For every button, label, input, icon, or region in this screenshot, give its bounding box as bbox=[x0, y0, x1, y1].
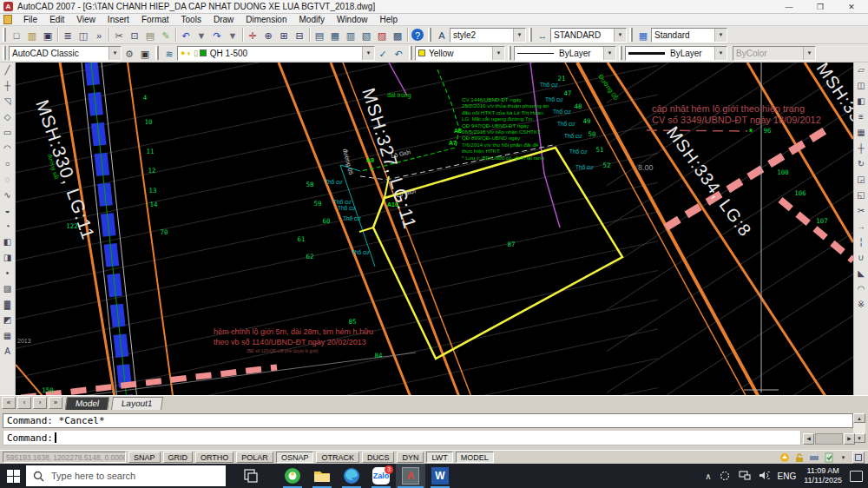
statbtn-model[interactable]: MODEL bbox=[456, 452, 494, 463]
plot-preview-icon[interactable]: ◫ bbox=[76, 28, 91, 43]
break-icon[interactable]: ¦ bbox=[855, 234, 868, 250]
arc-icon[interactable]: ◠ bbox=[1, 141, 14, 156]
zoom-window-icon[interactable]: ⊞ bbox=[276, 28, 292, 43]
minimize-button[interactable]: — bbox=[783, 3, 795, 11]
document-icon[interactable] bbox=[3, 15, 12, 24]
zoom-previous-icon[interactable]: ⊟ bbox=[292, 28, 307, 43]
spline-icon[interactable]: ∿ bbox=[1, 188, 14, 203]
make-block-icon[interactable]: ◨ bbox=[1, 250, 14, 266]
menu-draw[interactable]: Draw bbox=[207, 15, 240, 24]
help-icon[interactable]: ? bbox=[411, 29, 424, 41]
tab-layout1[interactable]: Layout1 bbox=[111, 397, 163, 410]
chevron-down-icon[interactable]: ▼ bbox=[362, 47, 374, 60]
chevron-down-icon[interactable]: ▼ bbox=[603, 47, 615, 60]
rectangle-icon[interactable]: ▭ bbox=[1, 125, 14, 141]
chevron-down-icon[interactable]: ▼ bbox=[108, 47, 121, 60]
command-vertical-scrollbar[interactable]: ▲ ▼ bbox=[853, 413, 865, 443]
statbtn-otrack[interactable]: OTRACK bbox=[316, 452, 359, 463]
tab-model[interactable]: Model bbox=[65, 397, 109, 410]
workspace-combo[interactable]: AutoCAD Classic ▼ bbox=[9, 46, 122, 61]
scale-icon[interactable]: ◲ bbox=[855, 172, 868, 188]
make-layer-current-icon[interactable]: ✓ bbox=[375, 46, 391, 61]
lineweight-combo[interactable]: ByLayer ▼ bbox=[625, 46, 727, 61]
workspace-settings-icon[interactable]: ⚙ bbox=[122, 46, 137, 61]
properties-icon[interactable]: ▤ bbox=[312, 28, 327, 43]
publish-icon[interactable]: » bbox=[91, 28, 107, 43]
point-icon[interactable]: • bbox=[1, 266, 14, 281]
menu-file[interactable]: File bbox=[17, 15, 43, 24]
tool-palettes-icon[interactable]: ▥ bbox=[343, 28, 358, 43]
designcenter-icon[interactable]: ▦ bbox=[327, 28, 343, 43]
scroll-right-icon[interactable]: ▶ bbox=[844, 433, 855, 445]
statbtn-ducs[interactable]: DUCS bbox=[362, 452, 395, 463]
line-icon[interactable]: ╱ bbox=[1, 63, 14, 78]
text-style-combo[interactable]: style2 ▼ bbox=[450, 28, 526, 43]
ellipse-icon[interactable]: ◒ bbox=[1, 203, 14, 219]
statbtn-osnap[interactable]: OSNAP bbox=[276, 452, 314, 463]
move-icon[interactable]: ┼ bbox=[855, 141, 868, 156]
undo-icon[interactable]: ↶ bbox=[178, 28, 194, 43]
table-icon[interactable]: ▦ bbox=[1, 328, 14, 344]
toolbar-grip[interactable] bbox=[155, 46, 159, 60]
tray-onedrive-icon[interactable] bbox=[720, 471, 731, 482]
menu-view[interactable]: View bbox=[70, 15, 102, 24]
taskbar-zalo-icon[interactable]: Zalo 3 bbox=[366, 464, 396, 488]
scroll-up-icon[interactable]: ▲ bbox=[853, 413, 865, 423]
erase-icon[interactable]: ▱ bbox=[855, 63, 868, 78]
match-properties-icon[interactable]: ✎ bbox=[158, 28, 174, 43]
polyline-icon[interactable]: ◹ bbox=[1, 94, 14, 109]
menu-modify[interactable]: Modify bbox=[293, 15, 331, 24]
region-icon[interactable]: ◩ bbox=[1, 313, 14, 328]
menu-tools[interactable]: Tools bbox=[175, 15, 207, 24]
pan-icon[interactable]: ✛ bbox=[245, 28, 260, 43]
drawing-canvas[interactable]: MSH:330, LG:11 MSH:327, LG:11 MSH:334, L… bbox=[16, 63, 853, 395]
save-icon[interactable]: ▣ bbox=[40, 28, 56, 43]
command-input[interactable]: Command: bbox=[3, 431, 801, 445]
chevron-down-icon[interactable]: ▼ bbox=[714, 29, 727, 42]
menu-help[interactable]: Help bbox=[374, 15, 404, 24]
menu-format[interactable]: Format bbox=[135, 15, 175, 24]
scrollbar-thumb[interactable] bbox=[815, 433, 843, 445]
scroll-down-icon[interactable]: ▼ bbox=[853, 433, 865, 443]
layer-previous-icon[interactable]: ↶ bbox=[391, 46, 406, 61]
table-style-combo[interactable]: Standard ▼ bbox=[651, 28, 727, 43]
offset-icon[interactable]: ≡ bbox=[855, 109, 868, 125]
insert-block-icon[interactable]: ◧ bbox=[1, 234, 14, 250]
language-indicator[interactable]: ENG bbox=[778, 472, 797, 481]
chevron-down-icon[interactable]: ▼ bbox=[492, 47, 504, 60]
command-history[interactable]: Command: *Cancel* bbox=[3, 413, 853, 428]
clean-screen-button[interactable] bbox=[852, 452, 865, 464]
rotate-icon[interactable]: ↻ bbox=[855, 156, 868, 172]
stretch-icon[interactable]: ◱ bbox=[855, 188, 868, 203]
toolbar-grip[interactable] bbox=[629, 28, 633, 42]
toolbar-grip[interactable] bbox=[409, 46, 412, 60]
polygon-icon[interactable]: ◇ bbox=[1, 109, 14, 125]
menu-window[interactable]: Window bbox=[331, 15, 374, 24]
tab-last-button[interactable]: » bbox=[49, 397, 62, 409]
trusted-dwg-icon[interactable] bbox=[823, 452, 834, 463]
menu-dimension[interactable]: Dimension bbox=[240, 15, 293, 24]
layer-combo[interactable]: ● ◐ ▯ QH 1-500 ▼ bbox=[177, 46, 375, 61]
save-workspace-icon[interactable]: ▣ bbox=[137, 46, 153, 61]
join-icon[interactable]: ∪ bbox=[855, 250, 868, 266]
markup-set-manager-icon[interactable]: ▨ bbox=[374, 28, 390, 43]
ellipse-arc-icon[interactable]: ◔ bbox=[1, 219, 14, 234]
tray-network-icon[interactable] bbox=[739, 471, 751, 482]
layer-on-icon[interactable]: ● bbox=[181, 49, 185, 57]
text-style-icon[interactable]: A bbox=[434, 28, 450, 43]
undo-arrow-icon[interactable]: ▼ bbox=[194, 28, 209, 43]
chevron-down-icon[interactable]: ▼ bbox=[513, 29, 525, 42]
toolbar-lock-icon[interactable] bbox=[793, 452, 805, 463]
chamfer-icon[interactable]: ◣ bbox=[855, 266, 868, 281]
toolbar-grip[interactable] bbox=[508, 46, 511, 60]
menu-edit[interactable]: Edit bbox=[43, 15, 70, 24]
taskbar-coccoc-icon[interactable] bbox=[278, 464, 307, 488]
table-style-icon[interactable]: ▦ bbox=[635, 28, 651, 43]
layer-lock-icon[interactable]: ▯ bbox=[194, 49, 198, 57]
toolbar-grip[interactable] bbox=[619, 46, 622, 60]
quickcalc-icon[interactable]: ▩ bbox=[390, 28, 405, 43]
action-center-icon[interactable] bbox=[850, 471, 863, 482]
paste-icon[interactable]: ▤ bbox=[142, 28, 158, 43]
color-combo[interactable]: Yellow ▼ bbox=[415, 46, 505, 61]
array-icon[interactable]: ▦ bbox=[855, 125, 868, 141]
